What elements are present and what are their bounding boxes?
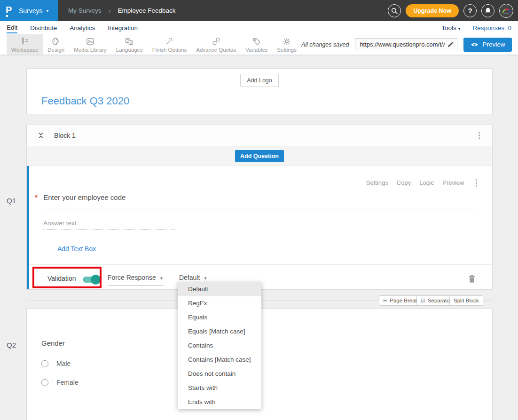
toolbar-right: All changes saved Preview (301, 34, 518, 55)
breadcrumb-separator-icon: › (109, 7, 111, 15)
validation-toggle[interactable] (83, 277, 99, 283)
question-divider (43, 208, 477, 208)
notifications-button[interactable] (481, 4, 494, 17)
translate-icon: A (125, 37, 134, 46)
toolbar-item-settings[interactable]: Settings (272, 34, 301, 55)
menu-item-equals[interactable]: Equals (178, 310, 261, 325)
chevron-down-icon: ▾ (160, 275, 163, 281)
question-text[interactable]: Gender (41, 339, 65, 347)
product-menu[interactable]: P Surveys ▾ (0, 0, 58, 21)
question-copy-link[interactable]: Copy (397, 179, 411, 186)
page-break-icon: ✂ (383, 298, 387, 304)
eye-icon (471, 42, 479, 48)
menu-item-equals-match-case[interactable]: Equals [Match case] (178, 325, 261, 339)
breadcrumb-my-surveys[interactable]: My Surveys (68, 7, 102, 14)
separator-checkbox-icon: ☑ (421, 298, 425, 304)
pencil-icon (447, 41, 454, 48)
question-settings-link[interactable]: Settings (366, 179, 388, 186)
collapse-block-icon[interactable] (37, 132, 45, 139)
toolbar-item-media-library[interactable]: Media Library (69, 34, 111, 55)
question-actions: Settings Copy Logic Preview (366, 177, 479, 189)
tab-distribute[interactable]: Distribute (30, 23, 57, 33)
menu-item-ends-with[interactable]: Ends with (178, 395, 261, 409)
save-status-text: All changes saved (301, 41, 349, 48)
block-menu-button[interactable] (477, 130, 482, 141)
toolbar-item-label: Languages (116, 47, 143, 53)
tab-row: Edit Distribute Analytics Integration To… (0, 21, 518, 34)
upgrade-now-button[interactable]: Upgrade Now (406, 4, 459, 17)
toolbar-item-finish-options[interactable]: Finish Options (148, 34, 192, 55)
radio-button-icon[interactable] (41, 360, 48, 367)
tab-analytics[interactable]: Analytics (70, 23, 95, 33)
toolbar-item-label: Workspace (11, 47, 38, 53)
editor-toolbar: Workspace Design Media Library A Languag… (0, 34, 518, 55)
image-icon (86, 37, 95, 46)
tab-edit[interactable]: Edit (7, 23, 17, 33)
question-1-card: Settings Copy Logic Preview *Enter your … (27, 166, 492, 289)
toolbar-item-design[interactable]: Design (43, 34, 69, 55)
block-title[interactable]: Block 1 (54, 132, 76, 139)
edit-url-button[interactable] (446, 41, 457, 48)
answer-text-input[interactable] (43, 218, 175, 230)
menu-item-contains-match-case[interactable]: Contains [Match case] (178, 353, 261, 367)
menu-item-regex[interactable]: RegEx (178, 296, 261, 310)
menu-item-does-not-contain[interactable]: Does not contain (178, 367, 261, 381)
toolbar-item-advance-quotas[interactable]: Advance Quotas (191, 34, 241, 55)
toolbar-item-label: Media Library (74, 47, 107, 53)
menu-item-starts-with[interactable]: Starts with (178, 381, 261, 395)
add-logo-button[interactable]: Add Logo (240, 74, 279, 87)
answer-option-female[interactable]: Female (41, 379, 78, 386)
toolbar-item-label: Design (47, 47, 64, 53)
toolbar-item-workspace[interactable]: Workspace (7, 34, 43, 55)
question-mark-icon: ? (468, 7, 472, 15)
page-break-button[interactable]: ✂ Page Break (379, 295, 422, 306)
toolbar-item-variables[interactable]: Variables (241, 34, 272, 55)
question-menu-button[interactable] (474, 177, 479, 189)
help-button[interactable]: ? (463, 4, 477, 17)
search-icon (391, 7, 398, 15)
toolbar-item-label: Variables (245, 47, 267, 53)
toolbar-item-label: Settings (277, 47, 297, 53)
chevron-down-icon: ▾ (204, 275, 207, 281)
menu-item-default[interactable]: Default (178, 282, 261, 296)
question-text[interactable]: Enter your employee code (43, 193, 126, 201)
split-block-button[interactable]: Split Block (449, 295, 483, 306)
toolbar-item-label: Advance Quotas (196, 47, 236, 53)
survey-url-input[interactable] (355, 41, 446, 48)
workspace-icon (20, 37, 30, 46)
bell-icon (484, 7, 492, 15)
radio-button-icon[interactable] (41, 379, 48, 386)
delete-question-button[interactable] (468, 275, 476, 285)
tabrow-right: Tools ▾ Responses: 0 (441, 24, 511, 32)
chevron-down-icon: ▾ (47, 8, 49, 13)
magic-wand-icon (165, 37, 174, 46)
tab-integration[interactable]: Integration (108, 23, 138, 33)
question-logic-link[interactable]: Logic (419, 179, 434, 186)
svg-text:A: A (130, 40, 133, 44)
toolbar-item-label: Finish Options (152, 47, 187, 53)
question-text-row[interactable]: *Enter your employee code (35, 193, 126, 202)
answer-option-label: Female (56, 379, 78, 386)
user-avatar[interactable] (499, 4, 513, 18)
validation-label: Validation (47, 275, 76, 282)
question-preview-link[interactable]: Preview (442, 179, 464, 186)
topbar-actions: Upgrade Now ? (388, 0, 513, 21)
validation-type-menu: Default RegEx Equals Equals [Match case]… (178, 282, 261, 409)
search-button[interactable] (388, 4, 401, 17)
chevron-down-icon: ▾ (458, 26, 460, 31)
questionpro-logo-icon: P (6, 5, 15, 17)
preview-button[interactable]: Preview (463, 38, 512, 52)
menu-item-contains[interactable]: Contains (178, 339, 261, 353)
tools-dropdown[interactable]: Tools ▾ (441, 24, 460, 32)
force-response-dropdown[interactable]: Force Response▾ (108, 274, 164, 286)
avatar-gauge-icon (500, 5, 512, 17)
survey-title[interactable]: Feedback Q3 2020 (41, 95, 129, 107)
responses-count[interactable]: Responses: 0 (472, 24, 511, 32)
answer-option-male[interactable]: Male (41, 360, 71, 367)
survey-url-box (355, 38, 457, 51)
toolbar-item-languages[interactable]: A Languages (111, 34, 148, 55)
survey-header-card: Add Logo Feedback Q3 2020 (26, 68, 493, 114)
survey-editor-screen: P Surveys ▾ My Surveys › Employee Feedba… (0, 0, 518, 420)
add-text-box-link[interactable]: Add Text Box (57, 245, 96, 253)
add-question-button[interactable]: Add Question (235, 150, 284, 162)
